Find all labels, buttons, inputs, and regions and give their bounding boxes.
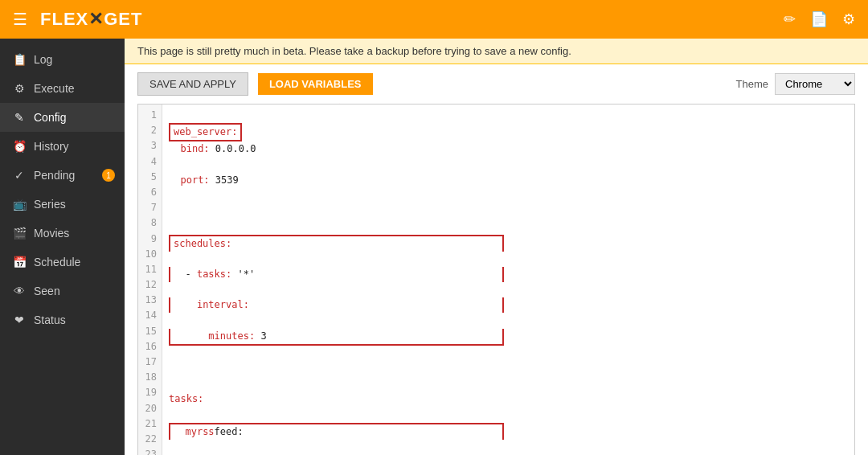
sidebar-label-history: History xyxy=(34,140,69,153)
seen-icon: 👁 xyxy=(13,285,26,297)
theme-selector-wrap: Theme Chrome Default Dracula xyxy=(736,73,855,95)
settings-icon[interactable]: ⚙ xyxy=(842,10,855,28)
warning-bar: This page is still pretty much in beta. … xyxy=(125,39,868,64)
content-area: This page is still pretty much in beta. … xyxy=(125,39,868,455)
header-left: ☰ FLEX✕GET xyxy=(13,9,142,30)
load-variables-button[interactable]: LOAD VARIABLES xyxy=(258,73,373,95)
series-icon: 📺 xyxy=(13,198,26,211)
code-line-3: port: 3539 xyxy=(169,173,504,188)
sidebar-label-pending: Pending xyxy=(34,169,75,182)
execute-icon: ⚙ xyxy=(13,82,26,95)
sidebar-item-schedule[interactable]: 📅 Schedule xyxy=(0,248,125,277)
sidebar-label-movies: Movies xyxy=(34,227,69,240)
sidebar-label-execute: Execute xyxy=(34,82,75,95)
sidebar-label-series: Series xyxy=(34,198,66,211)
pending-badge: 1 xyxy=(102,169,115,182)
status-icon: ❤ xyxy=(13,314,26,326)
line-numbers: 123456789101112131415161718192021222324 xyxy=(138,105,162,455)
code-line-5: schedules: xyxy=(169,235,504,252)
main-layout: 📋 Log ⚙ Execute ✎ Config ⏰ History ✓ Pen… xyxy=(0,39,868,455)
document-icon[interactable]: 📄 xyxy=(810,10,828,28)
sidebar-item-config[interactable]: ✎ Config xyxy=(0,103,125,132)
code-line-1: web_server: xyxy=(169,123,242,141)
code-line-10: tasks: xyxy=(169,391,504,407)
sidebar-label-log: Log xyxy=(34,53,52,66)
pending-icon: ✓ xyxy=(13,169,26,182)
code-line-11: myrssfeed: xyxy=(169,423,504,440)
save-and-apply-button[interactable]: SAVE AND APPLY xyxy=(137,72,248,96)
code-line-7: interval: xyxy=(169,297,504,313)
edit-icon[interactable]: ✏ xyxy=(784,10,796,28)
history-icon: ⏰ xyxy=(13,140,26,153)
sidebar-item-series[interactable]: 📺 Series xyxy=(0,190,125,219)
log-icon: 📋 xyxy=(13,53,26,66)
schedule-icon: 📅 xyxy=(13,256,26,268)
sidebar-item-log[interactable]: 📋 Log xyxy=(0,45,125,74)
app-header: ☰ FLEX✕GET ✏ 📄 ⚙ xyxy=(0,0,868,39)
sidebar-item-seen[interactable]: 👁 Seen xyxy=(0,277,125,305)
theme-select[interactable]: Chrome Default Dracula xyxy=(775,73,855,95)
movies-icon: 🎬 xyxy=(13,227,26,240)
config-icon: ✎ xyxy=(13,111,26,124)
app-logo: FLEX✕GET xyxy=(40,9,142,30)
sidebar-label-status: Status xyxy=(34,314,66,326)
sidebar: 📋 Log ⚙ Execute ✎ Config ⏰ History ✓ Pen… xyxy=(0,39,125,455)
sidebar-item-pending[interactable]: ✓ Pending 1 xyxy=(0,161,125,190)
code-line-8: minutes: 3 xyxy=(169,329,504,346)
code-line-9 xyxy=(169,361,504,376)
sidebar-item-history[interactable]: ⏰ History xyxy=(0,132,125,161)
warning-text: This page is still pretty much in beta. … xyxy=(137,45,571,57)
editor-annotations-container: 7. 最后要点这里保存 2.这里是默认的 3.这里设置任务计划，每3分钟抓取一次… xyxy=(125,104,868,455)
editor-content: 123456789101112131415161718192021222324 … xyxy=(138,105,854,455)
code-content: web_server: bind: 0.0.0.0 port: 3539 sch… xyxy=(162,105,510,455)
sidebar-item-movies[interactable]: 🎬 Movies xyxy=(0,219,125,248)
hamburger-icon[interactable]: ☰ xyxy=(13,10,27,29)
sidebar-item-status[interactable]: ❤ Status xyxy=(0,305,125,334)
sidebar-label-config: Config xyxy=(34,111,66,124)
config-editor[interactable]: 123456789101112131415161718192021222324 … xyxy=(137,104,855,455)
sidebar-label-schedule: Schedule xyxy=(34,256,80,268)
toolbar: SAVE AND APPLY LOAD VARIABLES Theme Chro… xyxy=(125,64,868,104)
sidebar-item-execute[interactable]: ⚙ Execute xyxy=(0,74,125,103)
theme-label: Theme xyxy=(736,78,768,90)
sidebar-label-seen: Seen xyxy=(34,285,60,297)
header-icons: ✏ 📄 ⚙ xyxy=(784,10,855,28)
code-line-6: - tasks: '*' xyxy=(169,267,504,282)
code-line-2: bind: 0.0.0.0 xyxy=(169,141,504,157)
code-line-4 xyxy=(169,203,504,219)
